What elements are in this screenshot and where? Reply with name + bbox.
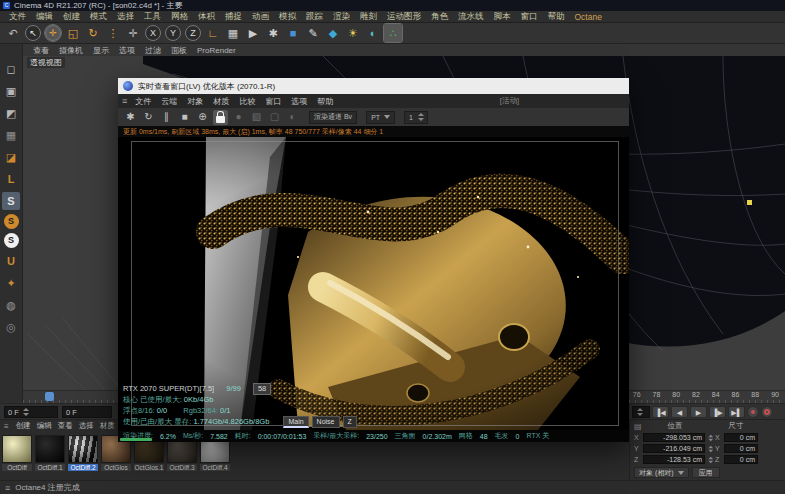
spline-pen-icon[interactable]: ✎ bbox=[304, 24, 322, 42]
viewport-menu-item[interactable]: ProRender bbox=[193, 46, 240, 55]
hamburger-icon[interactable]: ≡ bbox=[122, 96, 127, 106]
render-settings-icon[interactable]: ✱ bbox=[264, 24, 282, 42]
settings-gear-icon[interactable]: ✱ bbox=[123, 110, 138, 125]
material-menu-item[interactable]: 材质 bbox=[97, 421, 118, 431]
material-thumb[interactable]: OctDiff.1 bbox=[35, 435, 65, 471]
live-viewer-menu-item[interactable]: 比较 bbox=[234, 96, 260, 107]
axis-x-lock-icon[interactable]: X bbox=[145, 25, 161, 41]
goto-start-button[interactable]: ▐◀ bbox=[652, 406, 669, 418]
menu-item[interactable]: 捕捉 bbox=[220, 11, 247, 23]
stepper-icon[interactable] bbox=[708, 434, 713, 442]
material-thumb[interactable]: OctDiff.2 bbox=[68, 435, 98, 471]
restart-render-icon[interactable]: ↻ bbox=[141, 110, 156, 125]
autokey-icon[interactable] bbox=[761, 406, 773, 418]
viewport-menu-item[interactable]: 查看 bbox=[29, 45, 53, 56]
pause-render-icon[interactable]: ∥ bbox=[159, 110, 174, 125]
material-menu-item[interactable]: 创建 bbox=[13, 421, 34, 431]
coordinate-mode-dropdown[interactable]: 对象 (相对) bbox=[634, 467, 689, 478]
viewport-menu-item[interactable]: 面板 bbox=[167, 45, 191, 56]
film-region-icon[interactable]: ▢ bbox=[267, 110, 282, 125]
undo-icon[interactable]: ↶ bbox=[4, 24, 22, 42]
menu-item[interactable]: 雕刻 bbox=[355, 11, 382, 23]
octane-live-viewer-window[interactable]: 实时查看窗口(LV) 优化版本 (2070.1-R) ≡ 文件云端对象材质比较窗… bbox=[118, 78, 629, 442]
goto-end-button[interactable]: ▶▌ bbox=[728, 406, 745, 418]
model-mode-icon[interactable]: ▣ bbox=[2, 82, 20, 100]
menu-item[interactable]: 编辑 bbox=[31, 11, 58, 23]
play-button[interactable]: ▶ bbox=[690, 406, 707, 418]
rotate-tool-icon[interactable]: ↻ bbox=[84, 24, 102, 42]
live-viewer-menu-item[interactable]: 文件 bbox=[130, 96, 156, 107]
polygon-mode-icon[interactable]: ◪ bbox=[2, 148, 20, 166]
menu-item[interactable]: 动画 bbox=[247, 11, 274, 23]
material-menu-item[interactable]: 查看 bbox=[55, 421, 76, 431]
render-view[interactable]: RTX 2070 SUPER(DT)[7.5] 9/99 58 核心 已使用/最… bbox=[118, 137, 629, 430]
move-tool-icon[interactable]: ✛ bbox=[45, 25, 61, 41]
clay-mode-icon[interactable]: ◐ bbox=[285, 110, 300, 125]
viewport-menu-item[interactable]: 选项 bbox=[115, 45, 139, 56]
material-menu-item[interactable]: 编辑 bbox=[34, 421, 55, 431]
pass-tab-main[interactable]: Main bbox=[283, 416, 308, 428]
solo-single-icon[interactable]: S bbox=[4, 233, 19, 248]
stepper-icon[interactable] bbox=[708, 445, 713, 453]
menu-item[interactable]: 帮助 bbox=[543, 11, 570, 23]
workplane-mode-icon[interactable]: ▦ bbox=[2, 126, 20, 144]
size-input[interactable]: 0 cm bbox=[724, 433, 758, 442]
stepper-icon[interactable] bbox=[708, 456, 713, 464]
live-viewer-titlebar[interactable]: 实时查看窗口(LV) 优化版本 (2070.1-R) bbox=[118, 78, 629, 94]
hamburger-icon[interactable]: ≡ bbox=[4, 422, 9, 431]
live-viewer-menu-item[interactable]: 对象 bbox=[182, 96, 208, 107]
stop-render-icon[interactable]: ■ bbox=[177, 110, 192, 125]
texture-mode-icon[interactable]: ◩ bbox=[2, 104, 20, 122]
material-menu-item[interactable]: 选择 bbox=[76, 421, 97, 431]
focus-picker-icon[interactable]: ⊕ bbox=[195, 110, 210, 125]
position-input[interactable]: -216.049 cm bbox=[643, 444, 705, 453]
next-frame-button[interactable]: ▐▶ bbox=[709, 406, 726, 418]
modeling-axis-icon[interactable]: ✦ bbox=[2, 274, 20, 292]
last-used-tool-icon[interactable]: ⋮ bbox=[104, 24, 122, 42]
light-icon[interactable]: ☀ bbox=[344, 24, 362, 42]
stepper-icon[interactable] bbox=[22, 407, 28, 417]
render-pass-dropdown[interactable]: 渲染通道 Bv bbox=[309, 111, 357, 124]
previous-frame-button[interactable]: ◀ bbox=[671, 406, 688, 418]
null-object-dot[interactable] bbox=[747, 200, 752, 205]
axis-z-lock-icon[interactable]: Z bbox=[185, 25, 201, 41]
menu-item[interactable]: 创建 bbox=[58, 11, 85, 23]
frame-spinner[interactable] bbox=[632, 406, 650, 418]
timeline-playhead[interactable] bbox=[45, 392, 54, 401]
menu-item[interactable]: 角色 bbox=[426, 11, 453, 23]
make-editable-icon[interactable]: ◻ bbox=[2, 60, 20, 78]
menu-item[interactable]: 流水线 bbox=[453, 11, 489, 23]
solo-hierarchy-icon[interactable]: S bbox=[4, 214, 19, 229]
menu-item[interactable]: 模式 bbox=[85, 11, 112, 23]
scale-tool-icon[interactable]: ◱ bbox=[64, 24, 82, 42]
frame-end-field[interactable]: 0 F bbox=[62, 406, 112, 418]
axis-y-lock-icon[interactable]: Y bbox=[165, 25, 181, 41]
pass-tab-noise[interactable]: Noise bbox=[312, 416, 340, 428]
cloner-icon[interactable]: ∴ bbox=[384, 24, 402, 42]
menu-item[interactable]: 工具 bbox=[139, 11, 166, 23]
menu-item[interactable]: 渲染 bbox=[328, 11, 355, 23]
global-coordinates-icon[interactable]: ✛ bbox=[124, 24, 142, 42]
menu-item[interactable]: 窗口 bbox=[516, 11, 543, 23]
viewport-menu-item[interactable]: 摄像机 bbox=[55, 45, 87, 56]
size-input[interactable]: 0 cm bbox=[724, 444, 758, 453]
hamburger-icon[interactable]: ≡ bbox=[5, 483, 10, 493]
axis-mode-icon[interactable]: L bbox=[2, 170, 20, 188]
position-input[interactable]: -128.53 cm bbox=[643, 455, 705, 464]
position-input[interactable]: -298.053 cm bbox=[643, 433, 705, 442]
live-viewer-menu-item[interactable]: 帮助 bbox=[312, 96, 338, 107]
material-thumb[interactable]: OctDiff bbox=[2, 435, 32, 471]
frame-start-field[interactable]: 0 F bbox=[4, 406, 58, 418]
sky-icon[interactable]: ◐ bbox=[364, 24, 382, 42]
live-viewer-menu-item[interactable]: 窗口 bbox=[260, 96, 286, 107]
menu-item[interactable]: 体积 bbox=[193, 11, 220, 23]
viewport-menu-item[interactable]: 显示 bbox=[89, 45, 113, 56]
apply-button[interactable]: 应用 bbox=[692, 467, 720, 478]
record-keyframe-icon[interactable] bbox=[747, 406, 759, 418]
menu-item[interactable]: 跟踪 bbox=[301, 11, 328, 23]
menu-item[interactable]: 运动图形 bbox=[382, 11, 426, 23]
viewport-menu-item[interactable]: 过滤 bbox=[141, 45, 165, 56]
menu-item[interactable]: 选择 bbox=[112, 11, 139, 23]
render-region-icon[interactable]: ▧ bbox=[249, 110, 264, 125]
live-viewer-menu-item[interactable]: 材质 bbox=[208, 96, 234, 107]
